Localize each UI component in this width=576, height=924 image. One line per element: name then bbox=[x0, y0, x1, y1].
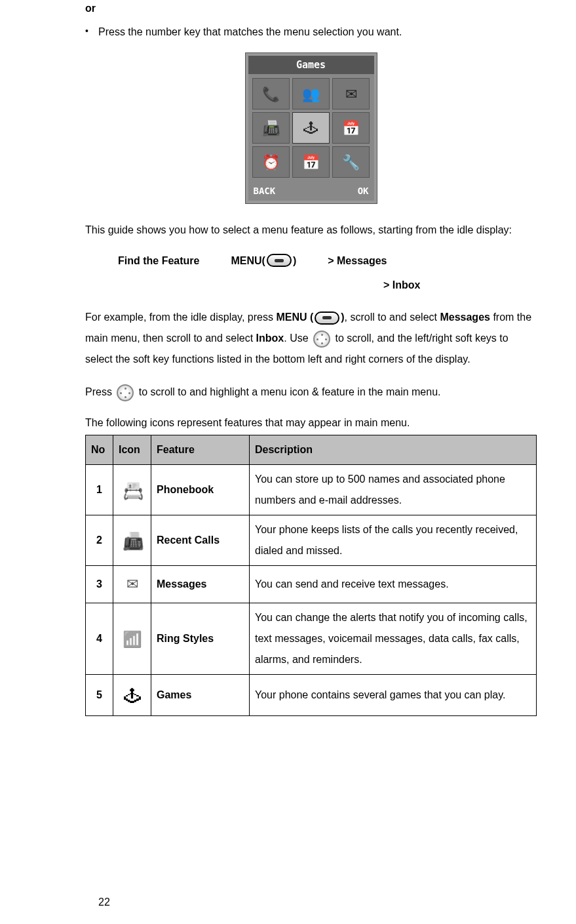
menu-cell-messages-icon: ✉ bbox=[332, 78, 370, 110]
press-t1: Press bbox=[85, 386, 115, 397]
ex-t4: , scroll to and select bbox=[345, 311, 440, 323]
row-feature: Messages bbox=[151, 566, 250, 603]
intro-or: or bbox=[85, 0, 537, 17]
guide-paragraph: This guide shows you how to select a men… bbox=[85, 220, 537, 241]
ex-t1: For example, from the idle display, pres… bbox=[85, 311, 276, 323]
row-icon bbox=[113, 603, 151, 675]
find-feature-label: Find the Feature bbox=[118, 252, 199, 270]
row-feature: Phonebook bbox=[151, 465, 250, 515]
row-description: Your phone keeps lists of the calls you … bbox=[250, 515, 537, 566]
menu-cell-calendar-icon: 📅 bbox=[332, 112, 370, 144]
row-icon bbox=[113, 515, 151, 566]
messages-icon bbox=[123, 570, 142, 590]
find-feature-menu: MENU( ) bbox=[231, 252, 296, 270]
row-no: 5 bbox=[86, 675, 113, 716]
dpad-icon bbox=[117, 384, 134, 401]
row-icon bbox=[113, 465, 151, 515]
th-feature: Feature bbox=[151, 435, 250, 465]
phone-screenshot: Games 📞 👥 ✉ 📠 🕹 📅 ⏰ 📅 🔧 BACK OK bbox=[85, 53, 537, 203]
menu-cell-alarm-icon: ⏰ bbox=[252, 146, 290, 178]
row-description: You can send and receive text messages. bbox=[250, 566, 537, 603]
menu-key-icon bbox=[315, 311, 339, 325]
menu-key-icon bbox=[267, 254, 292, 267]
row-feature: Ring Styles bbox=[151, 603, 250, 675]
row-no: 4 bbox=[86, 603, 113, 675]
ex-t7: Inbox bbox=[256, 332, 284, 344]
menu-cell-calls-icon: 📞 bbox=[252, 78, 290, 110]
th-description: Description bbox=[250, 435, 537, 465]
table-row: 2 Recent Calls Your phone keeps lists of… bbox=[86, 515, 537, 566]
bullet-dot: • bbox=[85, 24, 98, 41]
menu-cell-contacts-icon: 👥 bbox=[292, 78, 330, 110]
softkey-ok: OK bbox=[358, 184, 369, 198]
softkey-back: BACK bbox=[254, 184, 276, 198]
bullet-item: • Press the number key that matches the … bbox=[85, 24, 537, 41]
find-feature-path1: > Messages bbox=[328, 252, 387, 270]
games-icon bbox=[123, 679, 142, 698]
row-icon bbox=[113, 675, 151, 716]
menu-cell-recent-icon: 📠 bbox=[252, 112, 290, 144]
features-table: No Icon Feature Description 1 Phonebook … bbox=[85, 435, 537, 716]
row-no: 2 bbox=[86, 515, 113, 566]
row-no: 3 bbox=[86, 566, 113, 603]
table-row: 4 Ring Styles You can change the alerts … bbox=[86, 603, 537, 675]
ex-t5: Messages bbox=[440, 311, 490, 323]
phone-title: Games bbox=[248, 56, 374, 74]
table-row: 1 Phonebook You can store up to 500 name… bbox=[86, 465, 537, 515]
phone-screen: Games 📞 👥 ✉ 📠 🕹 📅 ⏰ 📅 🔧 BACK OK bbox=[246, 53, 377, 203]
find-feature-row: Find the Feature MENU( ) > Messages bbox=[118, 252, 537, 270]
menu-prefix: MENU( bbox=[231, 252, 265, 270]
press-t2: to scroll to and highlight a menu icon &… bbox=[136, 386, 440, 397]
ex-t8: . Use bbox=[284, 332, 311, 344]
row-feature: Recent Calls bbox=[151, 515, 250, 566]
th-icon: Icon bbox=[113, 435, 151, 465]
ex-t2: MENU ( bbox=[276, 311, 313, 323]
table-row: 5 Games Your phone contains several game… bbox=[86, 675, 537, 716]
table-intro: The following icons represent features t… bbox=[85, 414, 537, 432]
phone-menu-grid: 📞 👥 ✉ 📠 🕹 📅 ⏰ 📅 🔧 bbox=[248, 74, 374, 182]
phone-softkey-bar: BACK OK bbox=[248, 182, 374, 200]
row-icon bbox=[113, 566, 151, 603]
row-description: You can store up to 500 names and associ… bbox=[250, 465, 537, 515]
row-description: Your phone contains several games that y… bbox=[250, 675, 537, 716]
th-no: No bbox=[86, 435, 113, 465]
row-feature: Games bbox=[151, 675, 250, 716]
bullet-text: Press the number key that matches the me… bbox=[98, 24, 537, 41]
menu-cell-games-icon: 🕹 bbox=[292, 112, 330, 144]
table-header-row: No Icon Feature Description bbox=[86, 435, 537, 465]
menu-cell-datebook-icon: 📅 bbox=[292, 146, 330, 178]
dpad-icon bbox=[313, 331, 330, 348]
find-feature-path2: > Inbox bbox=[383, 277, 537, 294]
page-number: 22 bbox=[98, 894, 110, 911]
phonebook-icon bbox=[123, 473, 142, 493]
row-no: 1 bbox=[86, 465, 113, 515]
example-paragraph: For example, from the idle display, pres… bbox=[85, 307, 537, 370]
table-row: 3 Messages You can send and receive text… bbox=[86, 566, 537, 603]
recent-calls-icon bbox=[123, 524, 142, 544]
menu-cell-settings-icon: 🔧 bbox=[332, 146, 370, 178]
ring-styles-icon bbox=[123, 624, 142, 643]
press-paragraph: Press to scroll to and highlight a menu … bbox=[85, 382, 537, 403]
menu-suffix: ) bbox=[293, 252, 296, 270]
row-description: You can change the alerts that notify yo… bbox=[250, 603, 537, 675]
